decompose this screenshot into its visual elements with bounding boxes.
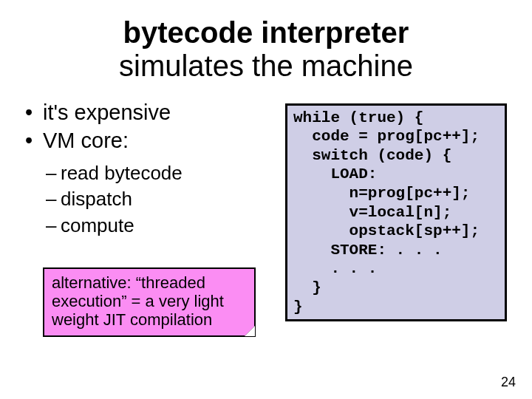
callout-note: alternative: “threaded execution” = a ve… [43, 267, 256, 337]
bullet-list: it's expensive VM core: [25, 99, 272, 154]
slide: bytecode interpreter simulates the machi… [0, 0, 532, 399]
sub-bullet-list: read bytecode dispatch compute [46, 161, 272, 238]
code-block: while (true) { code = prog[pc++]; switch… [285, 103, 507, 322]
sub-bullet-item: compute [46, 214, 272, 238]
sub-bullet-item: read bytecode [46, 161, 272, 185]
slide-body: it's expensive VM core: read bytecode di… [25, 99, 507, 337]
page-number: 24 [501, 375, 516, 390]
left-column: it's expensive VM core: read bytecode di… [25, 99, 272, 337]
right-column: while (true) { code = prog[pc++]; switch… [285, 99, 507, 337]
title-line-1: bytecode interpreter [123, 16, 409, 49]
bullet-item: it's expensive [25, 99, 272, 126]
slide-title: bytecode interpreter simulates the machi… [25, 16, 507, 83]
sub-bullet-item: dispatch [46, 187, 272, 211]
bullet-item: VM core: [25, 127, 272, 154]
title-line-2: simulates the machine [119, 50, 413, 82]
